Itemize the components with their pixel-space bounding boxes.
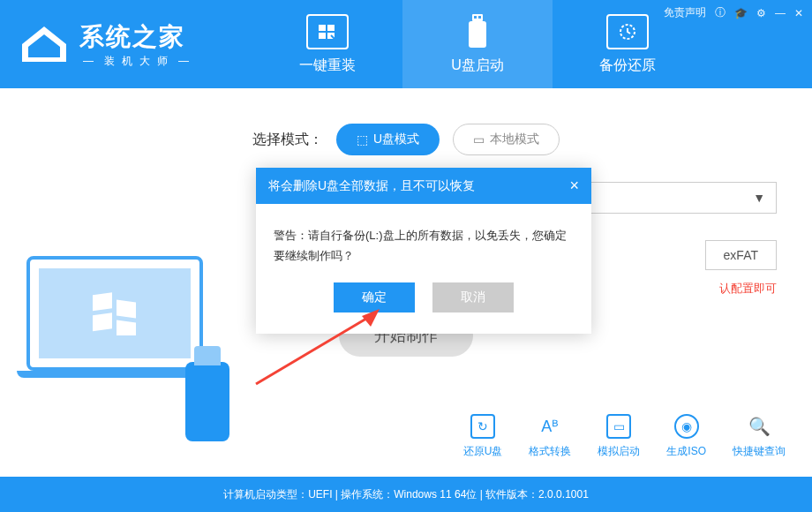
tab-label: 备份还原 <box>599 56 656 75</box>
tool-hotkey-lookup[interactable]: 🔍快捷键查询 <box>733 414 786 459</box>
svg-rect-7 <box>469 21 486 48</box>
monitor-icon <box>306 14 349 49</box>
title-bar-controls: 免责声明 ⓘ 🎓 ⚙ — ✕ <box>664 5 803 20</box>
settings-icon[interactable]: ⚙ <box>756 7 766 19</box>
usb-mode-button[interactable]: ⬚ U盘模式 <box>336 124 440 155</box>
svg-rect-2 <box>319 25 326 31</box>
tab-label: 一键重装 <box>299 56 356 75</box>
status-bar: 计算机启动类型：UEFI | 操作系统：Windows 11 64位 | 软件版… <box>0 477 812 512</box>
exfat-button[interactable]: exFAT <box>705 240 777 270</box>
svg-rect-8 <box>474 16 477 19</box>
svg-rect-9 <box>478 16 481 19</box>
dialog-title: 将会删除U盘全部数据，且不可以恢复 <box>268 178 475 194</box>
close-button[interactable]: ✕ <box>794 7 803 19</box>
logo-icon <box>18 22 71 66</box>
svg-rect-6 <box>472 14 483 21</box>
tab-reinstall[interactable]: 一键重装 <box>252 0 402 88</box>
tool-label: 还原U盘 <box>463 444 503 459</box>
logo-subtitle: 装机大师 <box>79 54 199 69</box>
disclaimer-link[interactable]: 免责声明 <box>664 5 706 20</box>
tool-label: 模拟启动 <box>598 444 640 459</box>
svg-rect-0 <box>34 47 39 49</box>
laptop-illustration <box>26 256 221 415</box>
search-icon: 🔍 <box>747 414 771 439</box>
mode-selector: 选择模式： ⬚ U盘模式 ▭ 本地模式 <box>0 124 812 155</box>
tab-usb-boot[interactable]: U盘启动 <box>402 0 553 88</box>
tab-label: U盘启动 <box>451 56 504 75</box>
tool-simulate-boot[interactable]: ▭模拟启动 <box>598 414 640 459</box>
status-text: 计算机启动类型：UEFI | 操作系统：Windows 11 64位 | 软件版… <box>223 487 589 502</box>
graduation-icon[interactable]: 🎓 <box>734 7 748 19</box>
chevron-down-icon: ▼ <box>753 191 765 205</box>
monitor-small-icon: ▭ <box>473 132 485 147</box>
usb-small-icon: ⬚ <box>357 132 368 147</box>
backup-icon <box>606 14 649 49</box>
cancel-button[interactable]: 取消 <box>432 282 514 312</box>
minimize-button[interactable]: — <box>775 7 786 19</box>
tool-label: 格式转换 <box>529 444 571 459</box>
tool-generate-iso[interactable]: ◉生成ISO <box>666 414 706 459</box>
nav-tabs: 一键重装 U盘启动 备份还原 <box>252 0 703 88</box>
svg-rect-1 <box>34 51 39 53</box>
convert-icon: Aᴮ <box>538 414 562 439</box>
usb-icon <box>456 14 499 49</box>
svg-rect-13 <box>93 312 112 331</box>
monitor-icon: ▭ <box>606 414 631 439</box>
dialog-footer: 确定 取消 <box>256 282 591 334</box>
tool-restore-usb[interactable]: ↻还原U盘 <box>463 414 503 459</box>
disc-icon: ◉ <box>674 414 699 439</box>
mode-label: 选择模式： <box>252 131 323 149</box>
dialog-header: 将会删除U盘全部数据，且不可以恢复 × <box>256 168 591 204</box>
dialog-close-button[interactable]: × <box>569 177 579 195</box>
logo-title: 系统之家 <box>79 20 199 54</box>
mode-btn-label: 本地模式 <box>490 132 539 147</box>
logo-area: 系统之家 装机大师 <box>0 20 199 69</box>
tool-format-convert[interactable]: Aᴮ格式转换 <box>529 414 571 459</box>
tool-label: 生成ISO <box>666 444 706 459</box>
confirm-dialog: 将会删除U盘全部数据，且不可以恢复 × 警告：请自行备份(L:)盘上的所有数据，… <box>256 168 591 334</box>
ok-button[interactable]: 确定 <box>334 282 415 312</box>
local-mode-button[interactable]: ▭ 本地模式 <box>453 124 560 155</box>
dialog-body: 警告：请自行备份(L:)盘上的所有数据，以免丢失，您确定要继续制作吗？ <box>256 204 591 282</box>
mode-btn-label: U盘模式 <box>373 132 419 147</box>
bottom-toolbar: ↻还原U盘 Aᴮ格式转换 ▭模拟启动 ◉生成ISO 🔍快捷键查询 <box>463 414 786 459</box>
app-header: 系统之家 装机大师 一键重装 U盘启动 备份还原 免责声明 ⓘ 🎓 ⚙ — ✕ <box>0 0 812 88</box>
svg-rect-12 <box>117 299 136 318</box>
info-icon[interactable]: ⓘ <box>715 5 726 20</box>
svg-rect-4 <box>319 33 326 39</box>
svg-rect-3 <box>327 25 335 31</box>
restore-icon: ↻ <box>470 414 495 439</box>
svg-rect-14 <box>117 320 136 335</box>
svg-rect-11 <box>93 292 112 311</box>
tool-label: 快捷键查询 <box>733 444 786 459</box>
